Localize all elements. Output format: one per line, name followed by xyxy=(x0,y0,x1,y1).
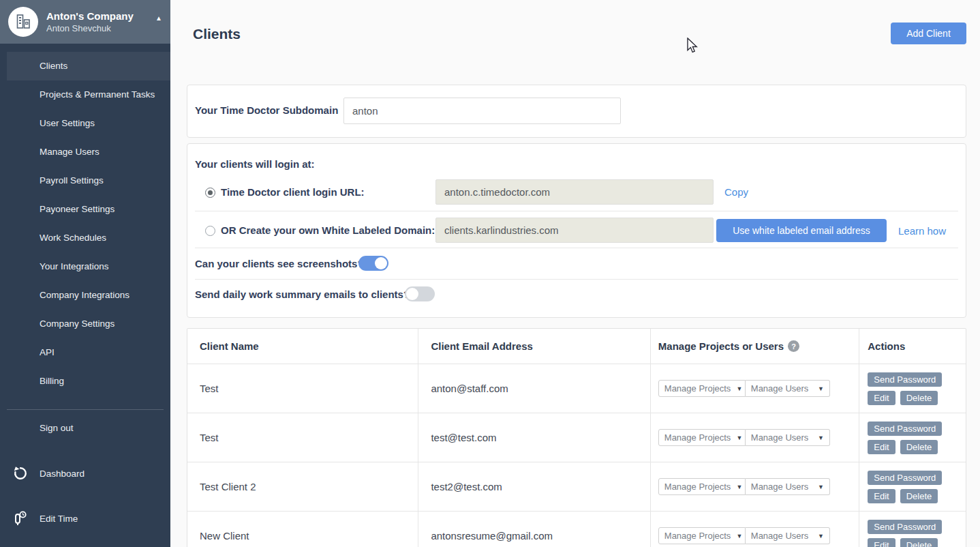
summary-emails-toggle-label: Send daily work summary emails to client… xyxy=(195,289,410,300)
td-url-label: Time Doctor client login URL: xyxy=(221,186,365,198)
delete-button[interactable]: Delete xyxy=(900,489,938,503)
manage-users-label: Manage Users xyxy=(751,482,809,492)
sidebar-divider xyxy=(7,409,164,410)
sign-out-label: Sign out xyxy=(0,423,74,433)
company-avatar xyxy=(8,7,38,37)
summary-emails-toggle[interactable] xyxy=(405,286,435,301)
manage-users-select[interactable]: Manage Users▼ xyxy=(746,429,830,446)
screenshots-toggle[interactable] xyxy=(358,256,388,271)
manage-cell: Manage Projects▼ Manage Users▼ xyxy=(651,512,859,547)
manage-projects-select[interactable]: Manage Projects▼ xyxy=(658,380,746,397)
client-email-cell: antonsresume@gmail.com xyxy=(418,512,650,547)
manage-users-label: Manage Users xyxy=(751,531,809,541)
manage-users-select[interactable]: Manage Users▼ xyxy=(746,527,830,544)
add-client-button[interactable]: Add Client xyxy=(891,23,966,44)
sidebar-item-projects-permanent-tasks[interactable]: Projects & Permanent Tasks xyxy=(0,80,170,109)
actions-cell: Send Password Edit Delete xyxy=(859,462,966,511)
chevron-up-icon[interactable]: ▲ xyxy=(155,14,162,22)
manage-projects-select[interactable]: Manage Projects▼ xyxy=(658,429,746,446)
chevron-down-icon: ▼ xyxy=(812,385,824,392)
white-label-domain-input[interactable] xyxy=(435,218,714,243)
sidebar-item-edit-time[interactable]: Edit Time xyxy=(0,504,170,533)
divider xyxy=(195,248,958,248)
table-header-row: Client Name Client Email Address Manage … xyxy=(187,329,966,364)
col-header-client-name: Client Name xyxy=(187,329,418,364)
sidebar-item-clients[interactable]: Clients xyxy=(7,52,170,80)
sidebar-item-your-integrations[interactable]: Your Integrations xyxy=(0,252,170,281)
client-name-cell: New Client xyxy=(187,512,418,547)
subdomain-label: Your Time Doctor Subdomain xyxy=(195,104,338,116)
table-row: Test test@test.com Manage Projects▼ Mana… xyxy=(187,413,966,462)
delete-button[interactable]: Delete xyxy=(900,391,938,405)
manage-projects-label: Manage Projects xyxy=(664,482,731,492)
sidebar-item-billing[interactable]: Billing xyxy=(0,367,170,396)
actions-cell: Send Password Edit Delete xyxy=(859,364,966,413)
actions-cell: Send Password Edit Delete xyxy=(859,413,966,462)
manage-cell: Manage Projects▼ Manage Users▼ xyxy=(651,413,859,462)
edit-button[interactable]: Edit xyxy=(868,440,895,454)
sidebar-item-manage-users[interactable]: Manage Users xyxy=(0,138,170,166)
manage-projects-select[interactable]: Manage Projects▼ xyxy=(658,527,746,544)
toggle-knob xyxy=(406,288,418,300)
delete-button[interactable]: Delete xyxy=(900,440,938,454)
table-row: Test Client 2 test2@test.com Manage Proj… xyxy=(187,462,966,512)
manage-cell: Manage Projects▼ Manage Users▼ xyxy=(651,462,859,511)
manage-users-label: Manage Users xyxy=(751,383,809,394)
copy-link[interactable]: Copy xyxy=(724,186,748,198)
chevron-down-icon: ▼ xyxy=(812,484,824,490)
sidebar-item-api[interactable]: API xyxy=(0,338,170,367)
sidebar-item-dashboard[interactable]: Dashboard xyxy=(0,459,170,488)
manage-cell: Manage Projects▼ Manage Users▼ xyxy=(651,364,859,413)
client-name-cell: Test Client 2 xyxy=(187,462,418,511)
manage-users-select[interactable]: Manage Users▼ xyxy=(746,380,830,397)
sign-out-button[interactable]: Sign out xyxy=(0,413,170,442)
toggle-knob xyxy=(375,257,387,269)
divider xyxy=(195,211,958,211)
col-header-actions: Actions xyxy=(859,329,966,364)
edit-button[interactable]: Edit xyxy=(868,391,895,405)
edit-button[interactable]: Edit xyxy=(868,538,895,547)
manage-users-label: Manage Users xyxy=(751,432,809,443)
edit-button[interactable]: Edit xyxy=(868,489,895,503)
client-login-card: Your clients will login at: Time Doctor … xyxy=(187,143,966,318)
chevron-down-icon: ▼ xyxy=(731,434,742,441)
company-switcher[interactable]: Anton's Company Anton Shevchuk ▲ xyxy=(0,0,170,44)
client-name-cell: Test xyxy=(187,413,418,462)
manage-projects-label: Manage Projects xyxy=(664,383,731,394)
sidebar-item-user-settings[interactable]: User Settings xyxy=(0,109,170,138)
sidebar-item-payroll-settings[interactable]: Payroll Settings xyxy=(0,166,170,195)
send-password-button[interactable]: Send Password xyxy=(868,520,942,534)
col-header-manage: Manage Projects or Users ? xyxy=(651,329,859,364)
page-title: Clients xyxy=(193,26,241,42)
manage-projects-label: Manage Projects xyxy=(664,531,731,541)
send-password-button[interactable]: Send Password xyxy=(868,372,942,387)
chevron-down-icon: ▼ xyxy=(812,533,824,539)
manage-projects-select[interactable]: Manage Projects▼ xyxy=(658,478,746,495)
main-content: Clients Add Client Your Time Doctor Subd… xyxy=(170,0,980,547)
sidebar-item-company-settings[interactable]: Company Settings xyxy=(0,310,170,338)
send-password-button[interactable]: Send Password xyxy=(868,471,942,485)
subdomain-input[interactable] xyxy=(343,98,621,124)
sidebar-item-company-integrations[interactable]: Company Integrations xyxy=(0,281,170,310)
table-row: Test anton@staff.com Manage Projects▼ Ma… xyxy=(187,364,966,413)
td-url-input[interactable] xyxy=(435,179,714,205)
delete-button[interactable]: Delete xyxy=(900,538,938,547)
send-password-button[interactable]: Send Password xyxy=(868,422,942,436)
sidebar-item-work-schedules[interactable]: Work Schedules xyxy=(0,224,170,252)
client-email-cell: anton@staff.com xyxy=(418,364,650,413)
help-icon[interactable]: ? xyxy=(788,340,799,352)
client-email-cell: test2@test.com xyxy=(418,462,650,511)
use-white-labeled-email-button[interactable]: Use white labeled email address xyxy=(716,219,887,242)
white-label-label: OR Create your own White Labeled Domain: xyxy=(221,224,435,236)
white-label-radio[interactable] xyxy=(205,226,215,236)
chevron-down-icon: ▼ xyxy=(731,385,742,392)
learn-how-link[interactable]: Learn how xyxy=(898,225,946,237)
td-url-radio[interactable] xyxy=(205,188,215,198)
manage-users-select[interactable]: Manage Users▼ xyxy=(746,478,830,495)
company-name: Anton's Company xyxy=(46,10,153,22)
subdomain-card: Your Time Doctor Subdomain xyxy=(187,85,966,138)
app-window: Anton's Company Anton Shevchuk ▲ Clients… xyxy=(0,0,980,547)
company-owner: Anton Shevchuk xyxy=(46,23,153,33)
history-icon xyxy=(12,465,29,482)
sidebar-item-payoneer-settings[interactable]: Payoneer Settings xyxy=(0,195,170,224)
